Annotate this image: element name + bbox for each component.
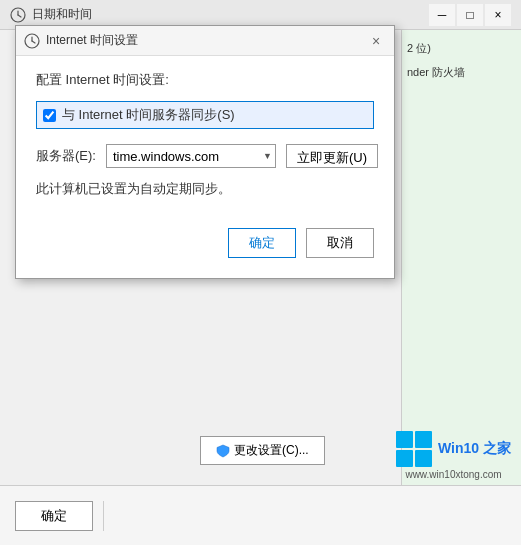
separator <box>103 501 104 531</box>
win10-logo-area: Win10 之家 www.win10xtong.com <box>396 431 511 480</box>
server-label: 服务器(E): <box>36 147 96 165</box>
right-panel-text1: 2 位) <box>407 40 516 58</box>
internet-time-dialog: Internet 时间设置 × 配置 Internet 时间设置: 与 Inte… <box>15 25 395 279</box>
bg-maximize-btn[interactable]: □ <box>457 4 483 26</box>
sync-checkbox-row: 与 Internet 时间服务器同步(S) <box>36 101 374 129</box>
bottom-bar: 确定 <box>0 485 521 545</box>
bg-title-text: 日期和时间 <box>10 6 92 23</box>
dialog-section-title: 配置 Internet 时间设置: <box>36 71 374 89</box>
bg-close-btn[interactable]: × <box>485 4 511 26</box>
bg-minimize-btn[interactable]: ─ <box>429 4 455 26</box>
dialog-title: Internet 时间设置 <box>24 32 138 49</box>
win10-brand: Win10 之家 <box>438 440 511 458</box>
dialog-titlebar: Internet 时间设置 × <box>16 26 394 56</box>
shield-icon <box>216 444 230 458</box>
right-panel-text2: nder 防火墙 <box>407 64 516 82</box>
dialog-content: 配置 Internet 时间设置: 与 Internet 时间服务器同步(S) … <box>16 56 394 278</box>
server-row: 服务器(E): time.windows.com 立即更新(U) <box>36 144 374 168</box>
bg-title-label: 日期和时间 <box>32 6 92 23</box>
more-settings-label: 更改设置(C)... <box>234 442 309 459</box>
win10-url: www.win10xtong.com <box>405 469 501 480</box>
sync-checkbox-label: 与 Internet 时间服务器同步(S) <box>62 106 235 124</box>
server-select-wrapper: time.windows.com <box>106 144 276 168</box>
sync-checkbox[interactable] <box>43 109 56 122</box>
dialog-clock-icon <box>24 33 40 49</box>
dialog-buttons: 确定 取消 <box>36 228 374 258</box>
dialog-close-btn[interactable]: × <box>366 31 386 51</box>
more-settings-btn[interactable]: 更改设置(C)... <box>200 436 325 465</box>
clock-icon <box>10 7 26 23</box>
bg-window-controls: ─ □ × <box>429 4 511 26</box>
update-now-btn[interactable]: 立即更新(U) <box>286 144 378 168</box>
svg-line-5 <box>32 41 35 43</box>
dialog-cancel-btn[interactable]: 取消 <box>306 228 374 258</box>
dialog-ok-btn[interactable]: 确定 <box>228 228 296 258</box>
dialog-title-text: Internet 时间设置 <box>46 32 138 49</box>
server-select[interactable]: time.windows.com <box>106 144 276 168</box>
windows-flag-icon <box>396 431 432 467</box>
svg-line-2 <box>18 15 21 17</box>
status-text: 此计算机已设置为自动定期同步。 <box>36 180 374 198</box>
bottom-ok-btn[interactable]: 确定 <box>15 501 93 531</box>
